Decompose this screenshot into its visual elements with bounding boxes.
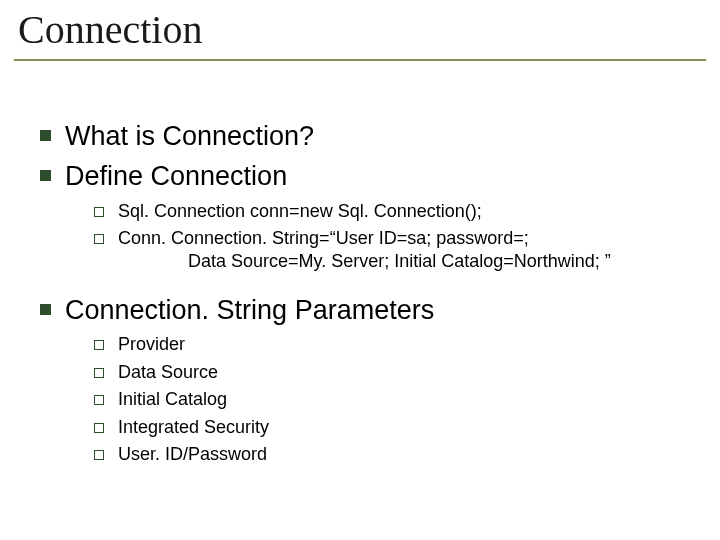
slide-title: Connection: [14, 6, 706, 53]
square-bullet-icon: [40, 130, 51, 141]
square-bullet-icon: [40, 304, 51, 315]
bullet-level2: Integrated Security: [94, 416, 690, 439]
bullet-level2: Conn. Connection. String=“User ID=sa; pa…: [94, 227, 690, 274]
square-bullet-icon: [40, 170, 51, 181]
hollow-square-bullet-icon: [94, 450, 104, 460]
bullet-level2: User. ID/Password: [94, 443, 690, 466]
hollow-square-bullet-icon: [94, 340, 104, 350]
hollow-square-bullet-icon: [94, 395, 104, 405]
line-2: Data Source=My. Server; Initial Catalog=…: [118, 250, 611, 273]
sublist: Sql. Connection conn=new Sql. Connection…: [94, 200, 690, 274]
hollow-square-bullet-icon: [94, 234, 104, 244]
bullet-level2: Initial Catalog: [94, 388, 690, 411]
bullet-text: Sql. Connection conn=new Sql. Connection…: [118, 200, 482, 223]
slide: Connection What is Connection? Define Co…: [0, 0, 720, 540]
bullet-text: User. ID/Password: [118, 443, 267, 466]
bullet-text: Data Source: [118, 361, 218, 384]
line-1: Conn. Connection. String=“User ID=sa; pa…: [118, 228, 529, 248]
hollow-square-bullet-icon: [94, 368, 104, 378]
bullet-level1: Define Connection: [40, 160, 690, 194]
bullet-level1: What is Connection?: [40, 120, 690, 154]
bullet-text: Provider: [118, 333, 185, 356]
bullet-text: Define Connection: [65, 160, 287, 194]
bullet-text: What is Connection?: [65, 120, 314, 154]
bullet-level2: Data Source: [94, 361, 690, 384]
bullet-text: Integrated Security: [118, 416, 269, 439]
bullet-level1: Connection. String Parameters: [40, 294, 690, 328]
bullet-level2: Provider: [94, 333, 690, 356]
bullet-text: Conn. Connection. String=“User ID=sa; pa…: [118, 227, 611, 274]
hollow-square-bullet-icon: [94, 423, 104, 433]
sublist: Provider Data Source Initial Catalog Int…: [94, 333, 690, 466]
hollow-square-bullet-icon: [94, 207, 104, 217]
slide-body: What is Connection? Define Connection Sq…: [40, 120, 690, 486]
bullet-text: Connection. String Parameters: [65, 294, 434, 328]
bullet-level2: Sql. Connection conn=new Sql. Connection…: [94, 200, 690, 223]
bullet-text: Initial Catalog: [118, 388, 227, 411]
title-container: Connection: [14, 6, 706, 61]
